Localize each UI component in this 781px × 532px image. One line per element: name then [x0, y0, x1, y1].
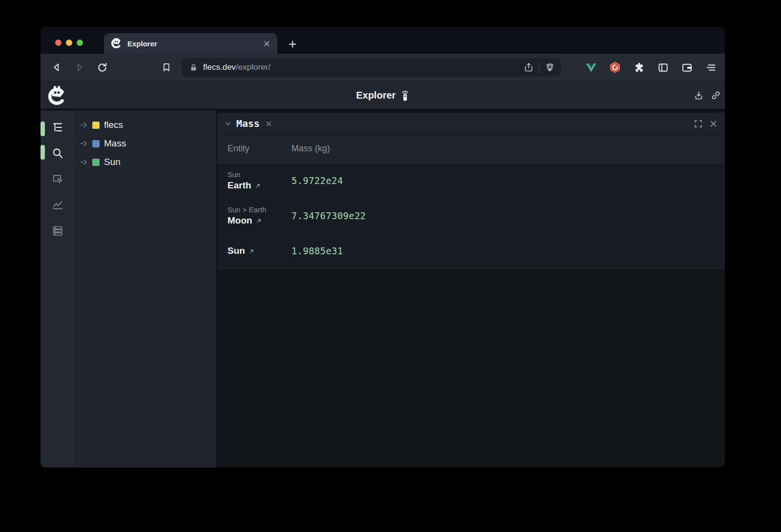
tree-item-sun[interactable]: Sun: [80, 153, 216, 171]
tab-strip: Explorer: [41, 27, 725, 54]
query-title: Mass: [236, 118, 260, 129]
panel-close-icon[interactable]: [709, 120, 718, 128]
entity-name: Earth: [227, 180, 251, 191]
query-panel-actions: [694, 119, 718, 128]
tab-close-icon[interactable]: [263, 40, 270, 47]
table-header-row: Entity Mass (kg): [217, 135, 725, 163]
entity-color-swatch: [92, 140, 100, 147]
link-icon[interactable]: [710, 90, 721, 101]
entity-link[interactable]: Moon: [227, 215, 291, 226]
lock-icon: [189, 63, 198, 72]
remote-connection-icon[interactable]: [401, 89, 410, 102]
query-panel-empty-area: [217, 269, 725, 468]
active-panel-indicator: [41, 122, 45, 136]
tree-item-label: Mass: [104, 138, 126, 149]
search-icon[interactable]: [51, 147, 64, 160]
mass-value: 7.34767309e22: [291, 210, 366, 221]
entity-name: Moon: [227, 215, 252, 226]
traffic-lights: [55, 40, 83, 46]
fullscreen-icon[interactable]: [694, 119, 703, 128]
hexagon-extension-icon[interactable]: [609, 61, 621, 73]
column-header-mass: Mass (kg): [291, 143, 330, 154]
tree-item-label: Sun: [104, 157, 121, 167]
browser-toolbar: flecs.dev/explorer/: [41, 54, 725, 81]
external-link-icon: [255, 183, 261, 189]
flecs-favicon-icon: [111, 38, 122, 49]
url-path: /explorer/: [236, 62, 270, 72]
app-header: Explorer: [41, 81, 725, 110]
entity-parent-path: Sun: [227, 170, 291, 179]
query-panel: Mass Entity Mass (kg): [217, 110, 725, 468]
query-close-icon[interactable]: [265, 120, 272, 127]
expand-arrow-icon[interactable]: [80, 140, 88, 147]
chevron-down-icon[interactable]: [225, 120, 232, 127]
tree-outline-icon[interactable]: [51, 121, 64, 134]
browser-tab-explorer[interactable]: Explorer: [104, 33, 277, 54]
table-row: Sun 1.9885e31: [217, 233, 725, 268]
minimize-window-button[interactable]: [66, 40, 72, 46]
app-content: flecs Mass Sun: [41, 110, 725, 468]
tree-item-mass[interactable]: Mass: [80, 134, 216, 153]
table-row: Sun Earth 5.9722e24: [217, 163, 725, 198]
query-panel-header: Mass: [217, 113, 725, 135]
menu-icon[interactable]: [705, 61, 717, 73]
wallet-icon[interactable]: [681, 61, 693, 73]
expand-arrow-icon[interactable]: [80, 158, 88, 166]
address-bar-divider: [539, 62, 539, 73]
active-panel-indicator: [41, 145, 45, 160]
close-window-button[interactable]: [55, 40, 62, 46]
tab-title: Explorer: [127, 40, 263, 48]
url-domain: flecs.dev: [203, 62, 236, 72]
puzzle-extension-icon[interactable]: [633, 61, 645, 73]
entity-color-swatch: [92, 159, 100, 166]
command-rows-icon[interactable]: [51, 225, 64, 237]
column-header-entity: Entity: [227, 143, 291, 154]
sidebar-toggle-icon[interactable]: [657, 61, 669, 73]
inspector-icon[interactable]: [51, 173, 64, 185]
entity-name: Sun: [227, 246, 245, 256]
mass-value: 1.9885e31: [291, 246, 343, 256]
tree-item-label: flecs: [104, 120, 123, 130]
entity-parent-path: Sun > Earth: [227, 205, 291, 214]
forward-button[interactable]: [68, 58, 91, 77]
share-icon[interactable]: [524, 62, 534, 72]
extensions-row: [585, 61, 717, 73]
address-bar[interactable]: flecs.dev/explorer/: [182, 58, 561, 77]
expand-arrow-icon[interactable]: [80, 121, 88, 129]
entity-color-swatch: [92, 122, 100, 129]
new-tab-button[interactable]: [284, 34, 301, 54]
external-link-icon: [248, 248, 255, 254]
download-icon[interactable]: [693, 90, 704, 101]
stats-chart-icon[interactable]: [51, 199, 64, 211]
browser-window: Explorer: [41, 27, 725, 468]
entity-link[interactable]: Sun: [227, 246, 291, 256]
page-title: Explorer: [356, 90, 395, 101]
refresh-button[interactable]: [91, 58, 114, 77]
vue-devtools-icon[interactable]: [585, 61, 597, 73]
tree-item-flecs[interactable]: flecs: [80, 116, 216, 134]
back-button[interactable]: [45, 58, 68, 77]
table-row: Sun > Earth Moon 7.34767309e22: [217, 198, 725, 233]
url-text[interactable]: flecs.dev/explorer/: [203, 62, 524, 72]
external-link-icon: [256, 218, 262, 224]
bookmark-icon[interactable]: [155, 58, 178, 77]
zoom-window-button[interactable]: [77, 40, 83, 46]
brave-shield-icon[interactable]: [545, 62, 555, 73]
icon-rail: [41, 110, 74, 468]
flecs-logo: [47, 85, 66, 105]
mass-value: 5.9722e24: [291, 175, 343, 186]
app-title-group: Explorer: [356, 89, 409, 102]
app-header-actions: [693, 90, 721, 101]
entity-tree-panel: flecs Mass Sun: [74, 110, 216, 468]
entity-link[interactable]: Earth: [227, 180, 291, 191]
